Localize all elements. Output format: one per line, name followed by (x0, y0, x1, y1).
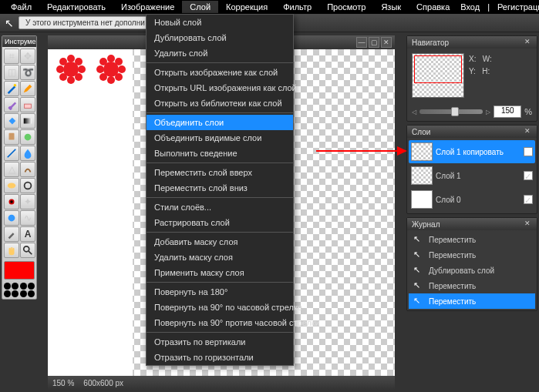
gradient-tool[interactable] (20, 113, 35, 129)
eraser-tool[interactable] (20, 97, 35, 112)
menu-item-отразить-по-горизонтали[interactable]: Отразить по горизонтали (147, 350, 293, 365)
navigator-thumb[interactable] (412, 53, 464, 98)
bucket-tool[interactable] (4, 113, 19, 129)
menu-file[interactable]: Файл (3, 1, 39, 13)
layer-visibility-checkbox[interactable]: ✓ (524, 195, 533, 204)
menu-item-удалить-маску-слоя[interactable]: Удалить маску слоя (147, 250, 293, 265)
close-icon[interactable]: ✕ (381, 37, 392, 48)
menu-item-переместить-слой-вниз[interactable]: Переместить слой вниз (147, 180, 293, 196)
wand-tool[interactable] (4, 81, 19, 96)
maximize-icon[interactable]: ▢ (369, 37, 379, 48)
move-icon: ↖ (413, 250, 424, 260)
login-link[interactable]: Вход (457, 1, 483, 13)
layer-name: Слой 1 (436, 172, 520, 180)
clone-tool[interactable] (4, 129, 19, 145)
menu-item-отразить-по-вертикали[interactable]: Отразить по вертикали (147, 334, 293, 350)
menu-layer[interactable]: Слой (182, 1, 218, 13)
menu-separator (147, 162, 293, 163)
history-item[interactable]: ↖Переместить (409, 278, 535, 293)
color-palette[interactable] (2, 281, 36, 299)
menu-item-открыть-из-библиотеки-как-слой[interactable]: Открыть из библиотеки как слой (147, 95, 293, 111)
hand-tool[interactable] (4, 243, 19, 258)
register-link[interactable]: Регистрация (494, 1, 539, 13)
layer-visibility-checkbox[interactable]: ✓ (524, 147, 533, 156)
zoom-value[interactable]: 150 (494, 106, 521, 118)
svg-marker-30 (397, 146, 407, 156)
panel-close-icon[interactable]: ✕ (523, 127, 532, 136)
history-item[interactable]: ↖Переместить (409, 232, 535, 247)
status-zoom: 150 % (52, 379, 74, 387)
spot-tool[interactable]: ✦ (20, 194, 35, 209)
history-item[interactable]: ↖Переместить (409, 293, 535, 309)
type-tool[interactable]: A (20, 226, 35, 242)
menu-item-повернуть-на-90-против-часовой-стрелки[interactable]: Повернуть на 90° против часовой стрелки (147, 315, 293, 330)
draw-tool[interactable] (4, 146, 19, 161)
menu-item-открыть-изображение-как-слой[interactable]: Открыть изображение как слой (147, 65, 293, 80)
svg-rect-2 (24, 119, 32, 124)
sponge-tool[interactable] (4, 178, 19, 193)
canvas-white-area (48, 49, 133, 376)
menu-view[interactable]: Просмотр (319, 1, 373, 13)
dodge-tool[interactable] (20, 178, 35, 193)
layer-name: Слой 1 копировать (436, 148, 520, 156)
menu-item-объединить-видимые-слои[interactable]: Объединить видимые слои (147, 130, 293, 146)
lasso-tool[interactable]: ➰ (20, 65, 35, 80)
history-item[interactable]: ↖Переместить (409, 247, 535, 263)
menu-lang[interactable]: Язык (373, 1, 409, 13)
smudge-tool[interactable] (20, 162, 35, 177)
svg-point-26 (96, 65, 104, 73)
menu-item-добавить-маску-слоя[interactable]: Добавить маску слоя (147, 234, 293, 250)
layer-row[interactable]: Слой 1✓ (409, 164, 535, 187)
layer-row[interactable]: Слой 0✓ (409, 188, 535, 211)
menu-item-удалить-слой[interactable]: Удалить слой (147, 45, 293, 61)
replace-color-tool[interactable] (20, 129, 35, 145)
layer-thumb (411, 190, 433, 209)
zoom-slider[interactable] (419, 109, 483, 114)
menu-item-растрировать-слой[interactable]: Растрировать слой (147, 215, 293, 230)
eyedropper-tool[interactable] (4, 226, 19, 242)
menu-item-дублировать-слой[interactable]: Дублировать слой (147, 30, 293, 45)
zoom-in-icon[interactable]: ▷ (486, 109, 490, 116)
history-label: Переместить (429, 282, 476, 290)
tools-grid: ⌗ ✥ ◫ ➰ △ ✦ ∿ A (2, 47, 36, 260)
history-item[interactable]: ↖Дублировать слой (409, 263, 535, 278)
foreground-color[interactable] (4, 261, 35, 280)
marquee-tool[interactable]: ◫ (4, 65, 19, 80)
layer-row[interactable]: Слой 1 копировать✓ (409, 140, 535, 163)
menu-help[interactable]: Справка (409, 1, 457, 13)
zoom-tool[interactable] (20, 243, 35, 258)
svg-point-28 (103, 62, 119, 77)
move-tool[interactable]: ✥ (20, 49, 35, 64)
menu-item-стили-сло-в-[interactable]: Стили слоёв... (147, 199, 293, 215)
warp-tool[interactable]: ∿ (20, 210, 35, 226)
flower-shape-1 (56, 54, 86, 85)
right-panels: Навигатор ✕ X: W: Y: H: ◁ ▷ 150 % Слои ✕… (406, 35, 537, 311)
pinch-tool[interactable] (4, 210, 19, 226)
menu-item-новый-слой[interactable]: Новый слой (147, 15, 293, 30)
menu-image[interactable]: Изображение (113, 1, 182, 13)
menu-edit[interactable]: Редактировать (39, 1, 113, 13)
menu-item-открыть-url-изображения-как-слой[interactable]: Открыть URL изображения как слой (147, 80, 293, 95)
sharpen-tool[interactable]: △ (4, 162, 19, 177)
svg-rect-3 (9, 133, 15, 140)
panel-close-icon[interactable]: ✕ (523, 38, 532, 47)
redeye-tool[interactable] (4, 194, 19, 209)
pencil-tool[interactable] (20, 81, 35, 96)
panel-close-icon[interactable]: ✕ (523, 219, 532, 229)
menu-item-повернуть-на-180-[interactable]: Повернуть на 180° (147, 284, 293, 300)
layer-visibility-checkbox[interactable]: ✓ (524, 171, 533, 180)
menu-item-объединить-слои[interactable]: Объединить слои (147, 115, 293, 130)
menu-filter[interactable]: Фильтр (275, 1, 319, 13)
brush-tool[interactable] (4, 97, 19, 112)
crop-tool[interactable]: ⌗ (4, 49, 19, 64)
move-icon: ↖ (413, 296, 424, 307)
minimize-icon[interactable]: — (356, 37, 367, 48)
menu-item-применить-маску-слоя[interactable]: Применить маску слоя (147, 265, 293, 280)
menu-item-переместить-слой-вверх[interactable]: Переместить слой вверх (147, 165, 293, 180)
blur-tool[interactable] (20, 146, 35, 161)
menu-adjust[interactable]: Коррекция (218, 1, 275, 13)
menu-item-выполнить-сведение[interactable]: Выполнить сведение (147, 146, 293, 161)
zoom-out-icon[interactable]: ◁ (412, 109, 416, 116)
menu-item-повернуть-на-90-по-часовой-стрелке[interactable]: Повернуть на 90° по часовой стрелке (147, 300, 293, 315)
layer-name: Слой 0 (436, 196, 520, 204)
